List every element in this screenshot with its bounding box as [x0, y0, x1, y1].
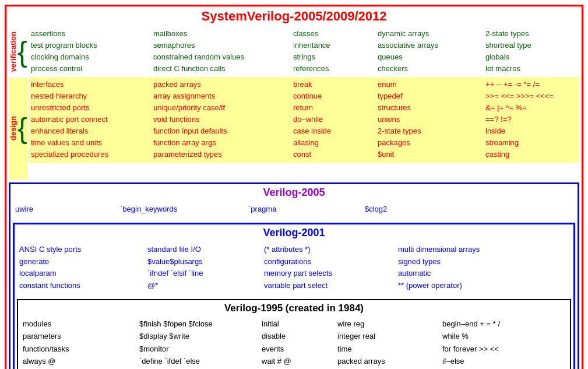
left-labels: verification { design {	[9, 26, 29, 179]
v2001-row: ANSI C style portsgeneratelocalparamcons…	[15, 241, 573, 297]
v2001-container: Verilog-2001 ANSI C style portsgeneratel…	[13, 223, 575, 369]
verif-col4: dynamic arrays associative arrays queues…	[375, 28, 483, 75]
v2005-col1: uwire	[15, 203, 120, 216]
v2001-col1: ANSI C style portsgeneratelocalparamcons…	[19, 244, 147, 292]
verification-row: assertions test program blocks clocking …	[29, 26, 579, 77]
v2005-container: Verilog-2005 uwire `begin_keywords `prag…	[9, 182, 579, 369]
design-col4: enum typedef structures unions 2-state t…	[375, 79, 483, 161]
v1995-container: Verilog-1995 (created in 1984) modulespa…	[17, 299, 571, 369]
sv-rows-container: assertions test program blocks clocking …	[29, 26, 579, 179]
v1995-col5: begin–end + = * /while %for forever >> <…	[442, 318, 571, 369]
v2005-row: uwire `begin_keywords `pragma $clog2	[10, 201, 578, 220]
v1995-col2: $finish $fopen $fclose$display $write$mo…	[139, 318, 262, 369]
v1995-col3: initialdisableeventswait # @fork–join	[262, 318, 337, 369]
v1995-col1: modulesparametersfunction/tasksalways @a…	[23, 318, 139, 369]
main-container: SystemVerilog-2005/2009/2012 verificatio…	[5, 5, 583, 369]
v2001-col2: standard file I/O$value$plusargs`ifndef …	[147, 244, 264, 292]
design-col1: interfaces nested hierarchy unrestricted…	[29, 79, 151, 161]
v2005-col4: $clog2	[365, 203, 586, 216]
v1995-row: modulesparametersfunction/tasksalways @a…	[18, 317, 570, 369]
sv-top-section: verification { design { assertions test …	[9, 26, 579, 179]
sv-title: SystemVerilog-2005/2009/2012	[9, 9, 579, 24]
v1995-col4: wire reginteger realtimepacked arrays2D …	[337, 318, 442, 369]
design-label: design	[9, 116, 17, 140]
verif-col5: 2-state types shortreal type globals let…	[483, 28, 579, 75]
verif-col1: assertions test program blocks clocking …	[29, 28, 151, 75]
v2001-col3: (* attributes *)configurationsmemory par…	[264, 244, 398, 292]
design-col2: packed arrays array assignments unique/p…	[151, 79, 291, 161]
verif-col2: mailboxes semaphores constrained random …	[151, 28, 291, 75]
design-row: interfaces nested hierarchy unrestricted…	[29, 77, 579, 163]
design-col5: ++ -- += -= *= /= >>= <<= >>>= <<<= &= |…	[483, 79, 579, 161]
verification-label: verification	[9, 31, 17, 72]
v2005-col3: `pragma	[248, 203, 365, 216]
verification-label-group: verification {	[9, 26, 27, 78]
v2005-title: Verilog-2005	[10, 187, 578, 199]
verification-brace: {	[17, 37, 27, 66]
verif-col3: classes inheritance strings references	[291, 28, 375, 75]
design-col3: break continue return do–while case insi…	[291, 79, 375, 161]
v2001-title: Verilog-2001	[15, 227, 573, 239]
v1995-title: Verilog-1995 (created in 1984)	[18, 303, 570, 314]
v2005-col2: `begin_keywords	[120, 203, 248, 216]
design-brace: {	[17, 114, 27, 143]
v2001-col4: multi dimensional arrayssigned typesauto…	[398, 244, 573, 292]
design-label-group: design {	[9, 78, 27, 179]
